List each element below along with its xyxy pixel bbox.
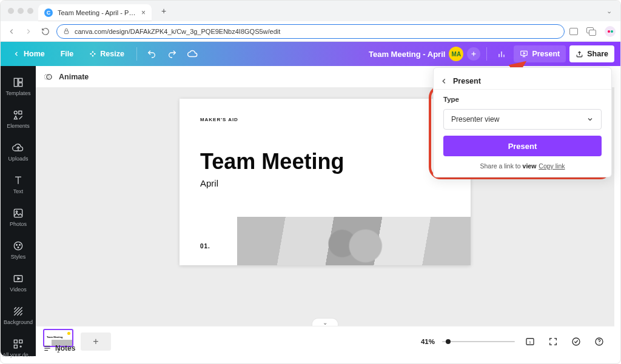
svg-point-22 (14, 242, 22, 250)
footer-bar: Team Meeting 1 + 41% 1 (36, 326, 614, 356)
notes-button[interactable]: Notes (43, 344, 75, 352)
sidebar-item-styles[interactable]: Styles (1, 233, 36, 266)
new-tab-button[interactable]: + (156, 4, 171, 18)
zoom-handle-icon[interactable] (446, 339, 451, 344)
svg-rect-12 (19, 78, 22, 82)
zoom-slider[interactable] (442, 341, 515, 342)
profile-avatar-icon[interactable] (605, 26, 616, 37)
svg-rect-28 (14, 340, 17, 343)
sidebar-item-label: Videos (10, 286, 26, 293)
present-label: Present (532, 50, 560, 58)
left-sidebar: Templates Elements Uploads Text Photos S… (1, 66, 36, 356)
expand-pages-icon[interactable]: ⌄ (312, 318, 338, 326)
resize-button[interactable]: Resize (83, 45, 130, 62)
svg-text:1: 1 (529, 340, 531, 344)
file-label: File (61, 50, 74, 58)
zoom-value: 41% (421, 338, 435, 345)
nav-forward-icon[interactable] (22, 25, 35, 38)
slide-image (237, 217, 471, 265)
svg-marker-27 (18, 277, 19, 279)
svg-rect-29 (19, 340, 22, 343)
slide-page[interactable]: MAKER'S AID Team Meeting April 01. (180, 99, 471, 265)
svg-point-25 (18, 247, 19, 248)
sidebar-item-videos[interactable]: Videos (1, 266, 36, 299)
cloud-sync-icon[interactable] (184, 45, 201, 62)
sidebar-item-label: Styles (11, 254, 26, 260)
redo-icon[interactable] (164, 45, 181, 62)
browser-tab[interactable]: C Team Meeting - April - Present… × (38, 4, 152, 21)
svg-point-37 (572, 338, 580, 345)
thumb-text: Team Meeting (47, 336, 62, 339)
svg-marker-7 (524, 53, 525, 54)
sidebar-item-label: Elements (7, 123, 30, 129)
present-button[interactable]: Present (514, 45, 566, 62)
sidebar-item-uploads[interactable]: Uploads (1, 135, 36, 168)
add-page-button[interactable]: + (81, 333, 111, 351)
sidebar-item-all-designs[interactable]: All your de… (1, 331, 36, 364)
sidebar-item-label: Text (13, 188, 24, 194)
share-link-row: Share a link to viewCopy link (443, 162, 602, 170)
svg-rect-20 (14, 209, 22, 217)
window-min-dot[interactable] (18, 8, 24, 14)
add-collaborator-icon[interactable] (467, 47, 480, 61)
file-menu[interactable]: File (55, 45, 80, 62)
fullscreen-icon[interactable] (545, 334, 561, 349)
sidebar-item-photos[interactable]: Photos (1, 200, 36, 233)
browser-tabstrip: C Team Meeting - April - Present… × + ⌄ (1, 1, 620, 21)
slide-kicker: MAKER'S AID (200, 117, 450, 122)
chevron-down-icon (586, 116, 594, 123)
svg-point-21 (16, 211, 18, 213)
select-value: Presenter view (451, 115, 499, 124)
share-link-bold: view (523, 162, 537, 170)
insights-icon[interactable] (493, 45, 510, 62)
resize-label: Resize (100, 50, 124, 58)
animate-button[interactable]: Animate (59, 73, 89, 81)
slide-headline: Team Meeting (200, 149, 450, 174)
presentation-type-select[interactable]: Presenter view (443, 109, 602, 130)
type-label: Type (443, 96, 602, 103)
document-title[interactable]: Team Meeting - April (369, 50, 445, 59)
svg-rect-11 (14, 78, 18, 86)
sidebar-item-text[interactable]: Text (1, 168, 36, 200)
thumb-avatar-icon (67, 332, 70, 335)
sidebar-item-label: All your de… (2, 352, 34, 358)
url-text: canva.com/design/DAFAkZPK4_k/Cw_3g_PQE9E… (75, 28, 280, 35)
tab-close-icon[interactable]: × (141, 8, 146, 17)
window-max-dot[interactable] (27, 8, 33, 14)
help-icon[interactable] (591, 334, 607, 349)
popover-back-icon[interactable] (440, 77, 448, 85)
present-confirm-label: Present (508, 142, 537, 151)
sidebar-item-templates[interactable]: Templates (1, 70, 36, 102)
user-avatar[interactable]: MA (449, 47, 463, 61)
undo-icon[interactable] (143, 45, 160, 62)
svg-marker-16 (14, 116, 17, 119)
lock-icon (63, 28, 70, 35)
home-button[interactable]: Home (7, 45, 51, 62)
sidebar-item-background[interactable]: Background (1, 299, 36, 331)
sidebar-item-label: Templates (5, 90, 30, 96)
popover-title: Present (453, 77, 481, 85)
sidebar-item-label: Background (4, 319, 33, 325)
extension1-icon[interactable] (569, 28, 578, 35)
help-check-icon[interactable] (568, 334, 584, 349)
svg-point-23 (16, 244, 18, 245)
extension2-icon[interactable] (586, 27, 596, 36)
copy-link[interactable]: Copy link (539, 162, 565, 170)
grid-view-icon[interactable]: 1 (522, 334, 538, 349)
nav-back-icon[interactable] (5, 25, 18, 38)
divider (486, 47, 487, 61)
svg-point-14 (14, 111, 17, 114)
svg-rect-30 (14, 345, 17, 348)
address-bar[interactable]: canva.com/design/DAFAkZPK4_k/Cw_3g_PQE9E… (56, 24, 565, 39)
sidebar-item-label: Photos (10, 221, 27, 227)
present-confirm-button[interactable]: Present (443, 136, 602, 156)
share-button[interactable]: Share (569, 45, 614, 62)
svg-rect-15 (19, 111, 22, 114)
sidebar-item-elements[interactable]: Elements (1, 102, 36, 135)
share-label: Share (587, 50, 608, 58)
window-close-dot[interactable] (8, 8, 14, 14)
browser-toolbar: canva.com/design/DAFAkZPK4_k/Cw_3g_PQE9E… (1, 21, 620, 42)
nav-reload-icon[interactable] (39, 25, 52, 38)
tabstrip-menu-icon[interactable]: ⌄ (606, 7, 616, 15)
svg-point-24 (19, 244, 21, 245)
